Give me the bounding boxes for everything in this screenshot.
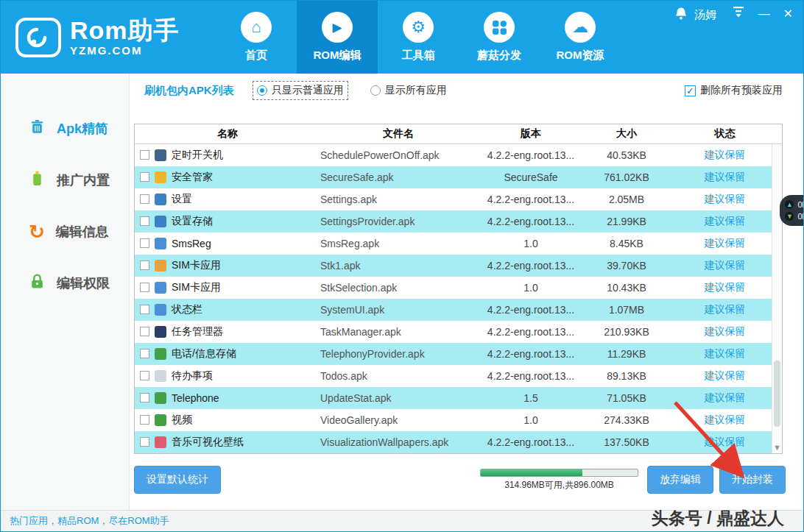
radio-circle: [257, 85, 267, 96]
app-icon: [155, 370, 166, 382]
tab-home[interactable]: ⌂ 首页: [216, 1, 297, 74]
size: 137.50KB: [585, 431, 668, 453]
discard-edit-button[interactable]: 放弃编辑: [647, 466, 713, 494]
checkbox-box: ✓: [685, 85, 696, 96]
sidebar-item-edit-permissions[interactable]: 编辑权限: [1, 258, 129, 309]
column-header-version[interactable]: 版本: [476, 124, 585, 143]
column-header-name[interactable]: 名称: [135, 124, 320, 143]
row-checkbox[interactable]: [140, 371, 149, 380]
version: 4.2.2-eng.root.13...: [476, 255, 585, 277]
storage-text: 314.96MB可用,共896.00MB: [480, 479, 638, 492]
refresh-icon: ↻: [29, 224, 45, 240]
size: 10.43KB: [585, 277, 668, 299]
version: SecureSafe: [476, 166, 585, 188]
minimize-button[interactable]: —: [758, 7, 770, 21]
scroll-down-icon[interactable]: ▼: [772, 443, 782, 452]
size: 11.29KB: [585, 343, 668, 365]
column-header-status[interactable]: 状态: [668, 124, 782, 143]
close-button[interactable]: ✕: [783, 7, 793, 21]
row-checkbox[interactable]: [140, 172, 149, 182]
table-row[interactable]: 音乐可视化壁纸VisualizationWallpapers.apk4.2.2-…: [135, 431, 782, 453]
table-row[interactable]: TelephoneUpdateStat.apk1.571.05KB建议保留: [135, 387, 782, 409]
sidebar-item-promote-builtin[interactable]: 推广内置: [1, 155, 129, 206]
file-name: VisualizationWallpapers.apk: [320, 431, 476, 453]
main-nav: ⌂ 首页 ▶ ROM编辑 ⚙ 工具箱: [216, 1, 621, 74]
network-speed-widget[interactable]: ▲ 0k ▼ 0k: [780, 195, 804, 226]
tab-mushroom-distribute[interactable]: 蘑菇分发: [459, 1, 540, 74]
app-name: 安全管家: [172, 171, 213, 184]
app-name: 状态栏: [172, 303, 202, 316]
table-row[interactable]: 设置存储SettingsProvider.apk4.2.2-eng.root.1…: [135, 210, 782, 233]
storage-progress-fill: [481, 469, 582, 476]
row-checkbox[interactable]: [140, 150, 149, 160]
radio-show-normal-apps[interactable]: 只显示普通应用: [253, 82, 348, 99]
table-row[interactable]: 安全管家SecureSafe.apkSecureSafe761.02KB建议保留: [135, 166, 782, 188]
promo-text: 热门应用，精品ROM，尽在ROM助手: [10, 514, 169, 528]
size: 1.07MB: [585, 299, 668, 321]
status-badge: 建议保留: [668, 233, 782, 255]
user-account[interactable]: 汤姆: [674, 7, 716, 24]
app-icon: [155, 414, 166, 426]
app-icon: [155, 260, 166, 272]
row-checkbox[interactable]: [140, 216, 149, 226]
app-icon: [155, 392, 166, 404]
table-row[interactable]: SIM卡应用StkSelection.apk1.010.43KB建议保留: [135, 277, 782, 299]
bell-icon: [674, 7, 688, 24]
tab-rom-edit[interactable]: ▶ ROM编辑: [297, 1, 378, 74]
size: 210.93KB: [585, 321, 668, 343]
tab-toolbox[interactable]: ⚙ 工具箱: [378, 1, 459, 74]
sidebar-item-apk-trim[interactable]: Apk精简: [1, 103, 129, 155]
status-badge: 建议保留: [668, 143, 782, 166]
size: 71.05KB: [585, 387, 668, 409]
size: 89.13KB: [585, 365, 668, 387]
play-icon: ▶: [322, 12, 353, 43]
menu-icon[interactable]: [732, 7, 745, 21]
row-checkbox[interactable]: [140, 260, 149, 270]
row-checkbox[interactable]: [140, 349, 149, 358]
scrollbar-thumb[interactable]: [774, 361, 780, 427]
table-scrollbar[interactable]: ▼: [772, 144, 782, 453]
radio-show-all-apps[interactable]: 显示所有应用: [367, 82, 451, 99]
table-row[interactable]: SIM卡应用Stk1.apk4.2.2-eng.root.13...39.70K…: [135, 255, 782, 277]
row-checkbox[interactable]: [140, 283, 149, 292]
column-header-size[interactable]: 大小: [585, 124, 668, 143]
main-panel: 刷机包内APK列表 只显示普通应用 显示所有应用 ✓ 删除所有预装应用: [130, 74, 803, 510]
column-header-file[interactable]: 文件名: [320, 124, 476, 143]
checkbox-delete-preinstalled[interactable]: ✓ 删除所有预装应用: [685, 84, 783, 97]
status-badge: 建议保留: [668, 387, 782, 409]
row-checkbox[interactable]: [140, 194, 149, 204]
status-badge: 建议保留: [668, 210, 782, 233]
logo-icon: [15, 18, 61, 57]
trash-icon: [29, 118, 46, 139]
file-name: TaskManager.apk: [320, 321, 476, 343]
table-row[interactable]: 状态栏SystemUI.apk4.2.2-eng.root.13...1.07M…: [135, 299, 782, 321]
row-checkbox[interactable]: [140, 238, 149, 248]
table-row[interactable]: 定时开关机SchedulePowerOnOff.apk4.2.2-eng.roo…: [135, 143, 782, 166]
row-checkbox[interactable]: [140, 305, 149, 314]
table-row[interactable]: SmsRegSmsReg.apk1.08.45KB建议保留: [135, 233, 782, 255]
app-icon: [155, 348, 166, 360]
row-checkbox[interactable]: [140, 393, 149, 402]
row-checkbox[interactable]: [140, 415, 149, 425]
row-checkbox[interactable]: [140, 327, 149, 336]
file-name: Todos.apk: [320, 365, 476, 387]
table-row[interactable]: 任务管理器TaskManager.apk4.2.2-eng.root.13...…: [135, 321, 782, 343]
size: 21.99KB: [585, 210, 668, 233]
version: 4.2.2-eng.root.13...: [476, 343, 585, 365]
app-name: 视频: [172, 414, 192, 427]
file-name: Stk1.apk: [320, 255, 476, 277]
tab-rom-resources[interactable]: ☁ ROM资源: [540, 1, 621, 74]
file-name: SchedulePowerOnOff.apk: [320, 143, 476, 166]
apk-table-body: 定时开关机SchedulePowerOnOff.apk4.2.2-eng.roo…: [135, 143, 782, 453]
row-checkbox[interactable]: [140, 437, 149, 447]
download-speed: 0k: [797, 212, 804, 221]
table-row[interactable]: 设置Settings.apk4.2.2-eng.root.13...2.05MB…: [135, 188, 782, 210]
table-row[interactable]: 电话/信息存储TelephonyProvider.apk4.2.2-eng.ro…: [135, 343, 782, 365]
table-row[interactable]: 待办事项Todos.apk4.2.2-eng.root.13...89.13KB…: [135, 365, 782, 387]
app-icon: [155, 171, 166, 183]
table-row[interactable]: 视频VideoGallery.apk1.0274.33KB建议保留: [135, 409, 782, 431]
sidebar-item-edit-info[interactable]: ↻ 编辑信息: [1, 206, 129, 258]
set-default-stats-button[interactable]: 设置默认统计: [134, 466, 221, 494]
start-package-button[interactable]: 开始封装: [719, 466, 786, 494]
status-badge: 建议保留: [668, 431, 782, 453]
